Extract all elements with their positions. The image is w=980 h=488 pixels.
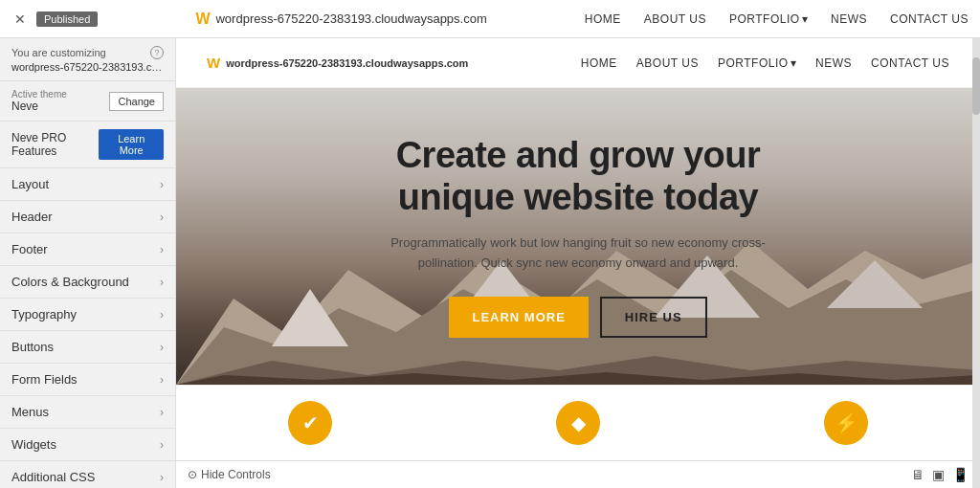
main-layout: You are customizing ? wordpress-675220-2…: [0, 38, 980, 488]
published-badge: Published: [36, 11, 98, 27]
sidebar-item-menus[interactable]: Menus ›: [0, 396, 175, 429]
active-theme-name: Neve: [11, 100, 67, 113]
site-url-bar: W wordpress-675220-2383193.cloudwaysapps…: [195, 11, 486, 28]
hero-section: Create and grow your unique website toda…: [176, 88, 980, 385]
hero-title: Create and grow your unique website toda…: [377, 135, 779, 218]
chevron-right-icon: ›: [160, 471, 164, 484]
sidebar: You are customizing ? wordpress-675220-2…: [0, 38, 176, 488]
hero-subtitle: Programmatically work but low hanging fr…: [377, 233, 779, 274]
sidebar-item-form-fields[interactable]: Form Fields ›: [0, 364, 175, 396]
desktop-icon[interactable]: 🖥: [911, 467, 924, 482]
active-theme-section: Active theme Neve Change: [0, 81, 175, 122]
chevron-right-icon: ›: [160, 406, 164, 419]
sidebar-item-widgets[interactable]: Widgets ›: [0, 429, 175, 461]
chevron-right-icon: ›: [160, 438, 164, 452]
sidebar-menu: Layout › Header › Footer › Colors & Back…: [0, 168, 175, 488]
neve-pro-label: Neve PRO Features: [11, 131, 99, 158]
nav-news[interactable]: NEWS: [831, 12, 867, 26]
w-logo: W: [195, 11, 210, 28]
nav-about-us[interactable]: ABOUT US: [644, 12, 706, 26]
chevron-right-icon: ›: [160, 276, 164, 289]
preview-scrollbar[interactable]: [972, 38, 980, 488]
lightning-icon-circle: ⚡: [824, 401, 868, 445]
hero-buttons: LEARN MORE HIRE US: [377, 297, 779, 338]
hide-controls[interactable]: ⊙ Hide Controls: [188, 468, 271, 481]
chevron-right-icon: ›: [160, 308, 164, 322]
site-nav-about-us[interactable]: ABOUT US: [636, 56, 699, 70]
hide-controls-label: Hide Controls: [201, 468, 271, 481]
icons-row: ✔ ◆ ⚡: [176, 385, 980, 460]
chevron-right-icon: ›: [160, 178, 164, 191]
sidebar-item-typography[interactable]: Typography ›: [0, 299, 175, 331]
eye-icon: ⊙: [188, 468, 197, 481]
nav-portfolio-label: PORTFOLIO: [729, 12, 800, 26]
site-url: wordpress-675220-2383193.cloudwaysapps.c…: [215, 11, 486, 26]
help-icon[interactable]: ?: [150, 46, 164, 59]
device-icons: 🖥 ▣ 📱: [911, 467, 969, 482]
chevron-right-icon: ›: [160, 341, 164, 354]
change-theme-button[interactable]: Change: [109, 92, 164, 111]
site-brand: W wordpress-675220-2383193.cloudwaysapps…: [207, 55, 468, 71]
site-brand-name: wordpress-675220-2383193.cloudwaysapps.c…: [226, 57, 468, 69]
preview-scrollbar-thumb[interactable]: [972, 57, 980, 115]
site-nav-contact-us[interactable]: CONTACT US: [871, 56, 949, 70]
learn-more-cta-button[interactable]: LEARN MORE: [449, 297, 588, 338]
nav-contact-us[interactable]: CONTACT US: [890, 12, 969, 26]
customizing-label: You are customizing ?: [11, 46, 164, 59]
chevron-right-icon: ›: [160, 373, 164, 387]
chevron-right-icon: ›: [160, 243, 164, 256]
preview-bottom-bar: ⊙ Hide Controls 🖥 ▣ 📱: [176, 460, 980, 488]
sidebar-item-header[interactable]: Header ›: [0, 201, 175, 233]
diamond-icon-circle: ◆: [556, 401, 600, 445]
active-theme-label: Active theme: [11, 89, 67, 100]
sidebar-item-colors-background[interactable]: Colors & Background ›: [0, 266, 175, 299]
preview-site-header: W wordpress-675220-2383193.cloudwaysapps…: [176, 38, 980, 88]
close-button[interactable]: ✕: [11, 11, 29, 28]
sidebar-item-buttons[interactable]: Buttons ›: [0, 331, 175, 364]
sidebar-item-additional-css[interactable]: Additional CSS ›: [0, 461, 175, 488]
customizing-url: wordpress-675220-2383193.cloudw...: [11, 61, 164, 73]
hero-content: Create and grow your unique website toda…: [339, 116, 817, 357]
nav-home[interactable]: HOME: [585, 12, 621, 26]
learn-more-button[interactable]: Learn More: [99, 129, 164, 160]
portfolio-chevron-icon: ▾: [802, 12, 809, 26]
top-bar-left: ✕ Published: [11, 11, 98, 28]
nav-portfolio[interactable]: PORTFOLIO ▾: [729, 12, 808, 26]
sidebar-top: You are customizing ? wordpress-675220-2…: [0, 38, 175, 81]
site-nav-home[interactable]: HOME: [581, 56, 617, 70]
site-w-logo: W: [207, 55, 220, 71]
preview-area: W wordpress-675220-2383193.cloudwaysapps…: [176, 38, 980, 488]
site-nav-news[interactable]: NEWS: [815, 56, 852, 70]
sidebar-item-layout[interactable]: Layout ›: [0, 168, 175, 201]
hire-us-button[interactable]: HIRE US: [600, 297, 707, 338]
site-nav-portfolio[interactable]: PORTFOLIO ▾: [718, 56, 796, 70]
chevron-right-icon: ›: [160, 211, 164, 224]
top-bar: ✕ Published W wordpress-675220-2383193.c…: [0, 0, 980, 38]
check-icon-circle: ✔: [288, 401, 332, 445]
site-nav: HOME ABOUT US PORTFOLIO ▾ NEWS CONTACT U…: [581, 56, 949, 70]
tablet-icon[interactable]: ▣: [932, 467, 945, 482]
mobile-icon[interactable]: 📱: [952, 467, 969, 482]
neve-pro-bar: Neve PRO Features Learn More: [0, 122, 175, 168]
sidebar-item-footer[interactable]: Footer ›: [0, 233, 175, 266]
top-nav-bar: HOME ABOUT US PORTFOLIO ▾ NEWS CONTACT U…: [585, 12, 969, 26]
portfolio-arrow-icon: ▾: [791, 56, 797, 70]
